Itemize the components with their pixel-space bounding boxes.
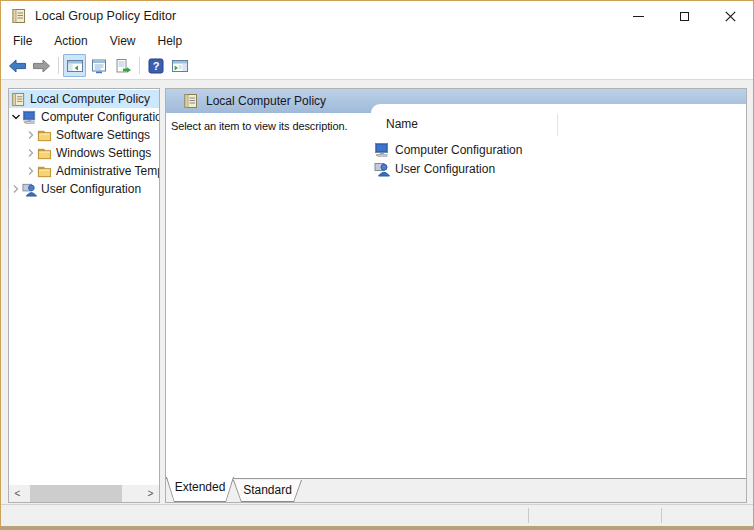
banner-title: Local Computer Policy [206,94,326,108]
tree-item-label: Windows Settings [56,146,151,160]
export-list-button[interactable] [111,54,134,77]
maximize-icon [680,12,689,21]
minimize-button[interactable] [615,1,661,31]
menu-bar: File Action View Help [1,31,753,52]
scroll-icon [11,92,26,107]
scroll-left-icon[interactable]: < [9,485,26,502]
items-list-panel: Name Computer Configuration [371,104,746,478]
tab-standard[interactable]: Standard [233,480,302,502]
forward-button[interactable] [30,54,53,77]
computer-icon [22,110,37,125]
tab-label: Extended [166,477,234,502]
properties-button[interactable] [87,54,110,77]
tab-label: Standard [233,480,302,502]
svg-text:?: ? [152,60,159,72]
scrollbar-track[interactable] [26,485,142,502]
close-button[interactable] [707,1,753,31]
description-text: Select an item to view its description. [171,120,369,132]
tree-item-windows-settings[interactable]: Windows Settings [9,144,159,162]
scroll-right-icon[interactable]: > [142,485,159,502]
console-tree-pane: Local Computer Policy [8,88,160,503]
tree-item-label: User Configuration [41,182,141,196]
tree-item-computer-configuration[interactable]: Computer Configuration [9,108,159,126]
gpedit-scroll-icon [11,8,27,24]
close-icon [725,11,736,22]
menu-view[interactable]: View [101,31,145,52]
title-bar: Local Group Policy Editor [1,1,753,31]
workspace: Local Computer Policy [1,80,753,504]
results-pane: Local Computer Policy Select an item to … [165,88,747,503]
minimize-icon [633,16,644,17]
list-item-label: User Configuration [395,162,495,176]
tree-item-label: Computer Configuration [41,110,159,124]
tree-item-software-settings[interactable]: Software Settings [9,126,159,144]
tree-horizontal-scrollbar[interactable]: < > [9,485,159,502]
tree-item-local-computer-policy[interactable]: Local Computer Policy [9,90,159,108]
computer-icon [374,142,390,158]
list-item-user-configuration[interactable]: User Configuration [374,159,495,178]
scrollbar-thumb[interactable] [30,485,122,502]
export-list-icon [114,58,132,74]
status-divider [528,508,529,523]
column-divider[interactable] [557,114,558,136]
folder-icon [37,128,52,143]
toolbar: ? [1,52,753,80]
chevron-collapsed-icon[interactable] [26,130,36,140]
status-divider [661,508,662,523]
chevron-expanded-icon[interactable] [11,112,21,122]
show-action-pane-button[interactable] [168,54,191,77]
menu-action[interactable]: Action [45,31,96,52]
name-column-header[interactable]: Name [386,117,418,131]
tree-item-label: Software Settings [56,128,150,142]
forward-arrow-icon [32,59,51,73]
folder-icon [37,146,52,161]
help-icon: ? [148,58,164,74]
show-console-tree-button[interactable] [63,54,86,77]
tree-item-label: Administrative Templates [56,164,159,178]
maximize-button[interactable] [661,1,707,31]
tab-extended[interactable]: Extended [166,477,234,502]
chevron-collapsed-icon[interactable] [26,166,36,176]
list-item-label: Computer Configuration [395,143,522,157]
chevron-collapsed-icon[interactable] [26,148,36,158]
menu-help[interactable]: Help [149,31,192,52]
tree-item-user-configuration[interactable]: User Configuration [9,180,159,198]
toolbar-separator [139,57,140,74]
user-icon [22,182,37,197]
properties-icon [90,58,108,74]
tree-item-label: Local Computer Policy [30,92,150,106]
help-button[interactable]: ? [144,54,167,77]
menu-file[interactable]: File [4,31,41,52]
console-tree-icon [66,58,84,74]
back-button[interactable] [6,54,29,77]
user-icon [374,161,390,177]
local-group-policy-editor-window: Local Group Policy Editor File Action Vi… [0,0,754,530]
tree-item-administrative-templates[interactable]: Administrative Templates [9,162,159,180]
window-title: Local Group Policy Editor [35,9,176,23]
view-tab-strip: Extended Standard [166,478,746,502]
back-arrow-icon [8,59,27,73]
tree-rows: Local Computer Policy [9,90,159,198]
status-bar [1,504,753,526]
chevron-collapsed-icon[interactable] [11,184,21,194]
folder-icon [37,164,52,179]
scroll-icon [183,93,199,109]
list-item-computer-configuration[interactable]: Computer Configuration [374,140,522,159]
toolbar-separator [58,57,59,74]
action-pane-icon [171,58,189,74]
